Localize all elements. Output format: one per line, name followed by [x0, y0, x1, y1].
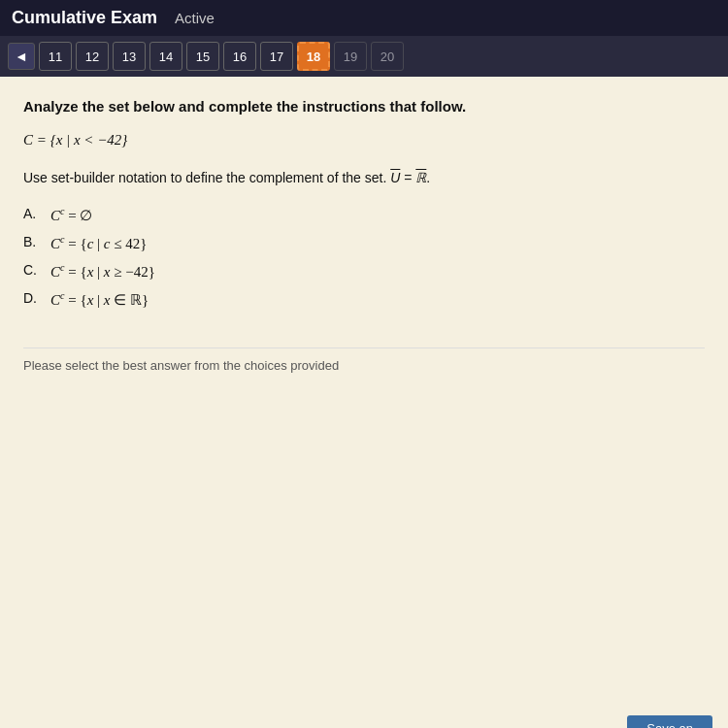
answer-b-label: B. [23, 234, 43, 249]
nav-btn-12[interactable]: 12 [76, 42, 109, 71]
nav-btn-16[interactable]: 16 [223, 42, 256, 71]
notation-prompt: Use set-builder notation to define the c… [23, 168, 705, 188]
nav-prev-arrow[interactable]: ◄ [8, 43, 35, 70]
answers-list: A. Cc = ∅ B. Cc = {c | c ≤ 42} C. Cc = {… [23, 206, 705, 309]
footer-hint: Please select the best answer from the c… [23, 347, 705, 373]
header: Cumulative Exam Active [0, 0, 728, 36]
nav-btn-11[interactable]: 11 [39, 42, 72, 71]
save-button[interactable]: Save an [627, 715, 712, 728]
answer-a-label: A. [23, 206, 43, 221]
question-instruction: Analyze the set below and complete the i… [23, 96, 705, 116]
nav-btn-20[interactable]: 20 [371, 42, 404, 71]
save-area: Save an [0, 708, 728, 728]
nav-btn-17[interactable]: 17 [260, 42, 293, 71]
answer-d[interactable]: D. Cc = {x | x ∈ ℝ} [23, 290, 705, 309]
question-nav-bar: ◄ 11 12 13 14 15 16 17 18 19 20 [0, 36, 728, 77]
page-title: Cumulative Exam [12, 8, 157, 28]
set-definition: C = {x | x < −42} [23, 132, 705, 149]
nav-btn-13[interactable]: 13 [113, 42, 146, 71]
answer-b-text: Cc = {c | c ≤ 42} [50, 234, 147, 252]
nav-btn-19[interactable]: 19 [334, 42, 367, 71]
nav-btn-18[interactable]: 18 [297, 42, 330, 71]
answer-c-text: Cc = {x | x ≥ −42} [50, 262, 155, 281]
answer-d-label: D. [23, 290, 43, 306]
answer-c[interactable]: C. Cc = {x | x ≥ −42} [23, 262, 705, 281]
main-content: Analyze the set below and complete the i… [0, 77, 728, 708]
nav-btn-15[interactable]: 15 [186, 42, 219, 71]
nav-btn-14[interactable]: 14 [149, 42, 182, 71]
answer-d-text: Cc = {x | x ∈ ℝ} [50, 290, 149, 309]
answer-a-text: Cc = ∅ [50, 206, 92, 224]
answer-c-label: C. [23, 262, 43, 278]
status-badge: Active [175, 10, 215, 26]
answer-b[interactable]: B. Cc = {c | c ≤ 42} [23, 234, 705, 252]
answer-a[interactable]: A. Cc = ∅ [23, 206, 705, 224]
